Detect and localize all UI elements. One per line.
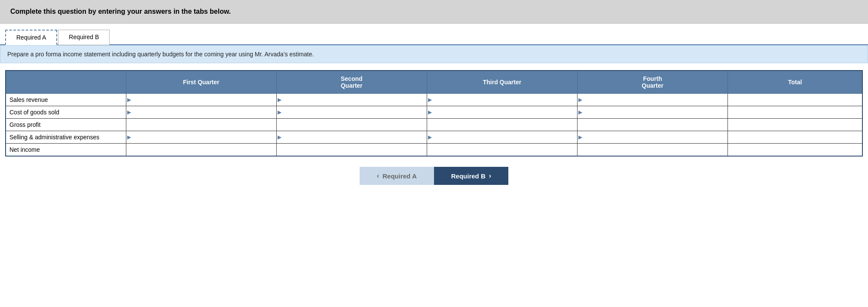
- row-label-cell: Gross profit: [6, 119, 126, 131]
- input-cell-1-4[interactable]: [728, 106, 862, 119]
- input-cell-4-3[interactable]: [578, 144, 728, 157]
- input-field-2-2[interactable]: [428, 120, 576, 130]
- arrow-indicator-icon: ▶: [578, 134, 582, 140]
- input-field-1-4[interactable]: [729, 107, 861, 117]
- col-header-label: [6, 71, 126, 94]
- table-header-row: First Quarter SecondQuarter Third Quarte…: [6, 71, 862, 94]
- row-label-cell: Sales revenue: [6, 94, 126, 106]
- input-cell-4-1[interactable]: [276, 144, 427, 157]
- input-cell-2-4[interactable]: [728, 119, 862, 131]
- table-row: Sales revenue▶▶▶▶: [6, 94, 862, 106]
- input-cell-3-0[interactable]: ▶: [126, 131, 276, 144]
- arrow-indicator-icon: ▶: [428, 97, 432, 103]
- col-header-total: Total: [728, 71, 862, 94]
- row-label-cell: Selling & administrative expenses: [6, 131, 126, 144]
- input-field-3-4[interactable]: [729, 132, 861, 142]
- arrow-indicator-icon: ▶: [278, 134, 281, 140]
- input-field-2-4[interactable]: [729, 120, 861, 130]
- income-statement-table: First Quarter SecondQuarter Third Quarte…: [5, 70, 863, 157]
- input-field-0-2[interactable]: [433, 95, 576, 105]
- input-cell-4-0[interactable]: [126, 144, 276, 157]
- input-field-1-3[interactable]: [583, 107, 727, 117]
- col-header-first-quarter: First Quarter: [126, 71, 276, 94]
- input-cell-0-3[interactable]: ▶: [578, 94, 728, 106]
- input-cell-1-2[interactable]: ▶: [427, 106, 577, 119]
- input-field-1-0[interactable]: [132, 107, 275, 117]
- input-field-0-0[interactable]: [132, 95, 275, 105]
- input-cell-0-2[interactable]: ▶: [427, 94, 577, 106]
- input-field-3-1[interactable]: [282, 132, 426, 142]
- table-container: First Quarter SecondQuarter Third Quarte…: [5, 63, 863, 157]
- next-chevron-icon: ›: [489, 172, 491, 180]
- tab-required-b[interactable]: Required B: [58, 30, 110, 45]
- input-field-0-3[interactable]: [583, 95, 727, 105]
- bottom-navigation: ‹ Required A Required B ›: [0, 167, 868, 193]
- input-field-2-1[interactable]: [278, 120, 426, 130]
- input-cell-4-2[interactable]: [427, 144, 577, 157]
- next-button[interactable]: Required B ›: [434, 167, 508, 185]
- input-cell-0-0[interactable]: ▶: [126, 94, 276, 106]
- input-field-4-4[interactable]: [729, 144, 861, 155]
- input-cell-3-2[interactable]: ▶: [427, 131, 577, 144]
- input-field-4-3[interactable]: [578, 144, 727, 155]
- arrow-indicator-icon: ▶: [578, 109, 582, 115]
- arrow-indicator-icon: ▶: [127, 97, 131, 103]
- input-cell-2-1[interactable]: [276, 119, 427, 131]
- row-label-cell: Cost of goods sold: [6, 106, 126, 119]
- input-cell-3-1[interactable]: ▶: [276, 131, 427, 144]
- input-field-3-3[interactable]: [583, 132, 727, 142]
- input-field-2-0[interactable]: [127, 120, 275, 130]
- input-cell-0-1[interactable]: ▶: [276, 94, 427, 106]
- input-cell-2-0[interactable]: [126, 119, 276, 131]
- arrow-indicator-icon: ▶: [127, 134, 131, 140]
- arrow-indicator-icon: ▶: [278, 97, 281, 103]
- table-row: Selling & administrative expenses▶▶▶▶: [6, 131, 862, 144]
- input-cell-1-1[interactable]: ▶: [276, 106, 427, 119]
- input-cell-3-3[interactable]: ▶: [578, 131, 728, 144]
- arrow-indicator-icon: ▶: [428, 109, 432, 115]
- input-cell-3-4[interactable]: [728, 131, 862, 144]
- input-cell-1-0[interactable]: ▶: [126, 106, 276, 119]
- prev-button[interactable]: ‹ Required A: [360, 167, 434, 185]
- input-field-3-0[interactable]: [132, 132, 275, 142]
- input-field-4-1[interactable]: [278, 144, 426, 155]
- table-row: Gross profit: [6, 119, 862, 131]
- input-cell-2-3[interactable]: [578, 119, 728, 131]
- input-cell-2-2[interactable]: [427, 119, 577, 131]
- col-header-third-quarter: Third Quarter: [427, 71, 577, 94]
- input-field-1-1[interactable]: [282, 107, 426, 117]
- arrow-indicator-icon: ▶: [278, 109, 281, 115]
- prev-chevron-icon: ‹: [377, 172, 379, 180]
- input-cell-0-4[interactable]: [728, 94, 862, 106]
- input-cell-1-3[interactable]: ▶: [578, 106, 728, 119]
- row-label-cell: Net income: [6, 144, 126, 157]
- table-row: Net income: [6, 144, 862, 157]
- arrow-indicator-icon: ▶: [428, 134, 432, 140]
- tabs-row: Required A Required B: [0, 24, 868, 45]
- instruction-bar: Prepare a pro forma income statement inc…: [0, 45, 868, 63]
- tab-required-a[interactable]: Required A: [5, 30, 57, 45]
- input-field-0-1[interactable]: [282, 95, 426, 105]
- input-field-2-3[interactable]: [578, 120, 727, 130]
- input-field-3-2[interactable]: [433, 132, 576, 142]
- input-field-4-0[interactable]: [127, 144, 275, 155]
- instruction-header: Complete this question by entering your …: [0, 0, 868, 24]
- col-header-fourth-quarter: FourthQuarter: [578, 71, 728, 94]
- prev-button-label: Required A: [382, 172, 416, 180]
- input-field-1-2[interactable]: [433, 107, 576, 117]
- arrow-indicator-icon: ▶: [127, 109, 131, 115]
- input-field-0-4[interactable]: [729, 95, 861, 105]
- input-cell-4-4[interactable]: [728, 144, 862, 157]
- input-field-4-2[interactable]: [428, 144, 576, 155]
- col-header-second-quarter: SecondQuarter: [276, 71, 427, 94]
- next-button-label: Required B: [451, 172, 486, 180]
- table-row: Cost of goods sold▶▶▶▶: [6, 106, 862, 119]
- arrow-indicator-icon: ▶: [578, 97, 582, 103]
